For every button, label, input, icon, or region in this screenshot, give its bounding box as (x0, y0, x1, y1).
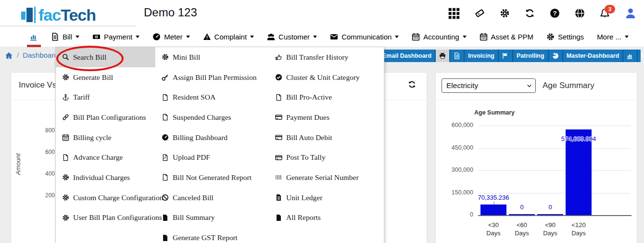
gear-button[interactable] (500, 8, 510, 18)
globe-button[interactable] (575, 8, 585, 18)
nav-item-label: Accounting (423, 33, 459, 41)
toolbar-button-dashboards[interactable]: Dashboards (638, 50, 644, 62)
gauge-icon (152, 33, 161, 41)
invoice-panel-title: Invoice Vs (19, 80, 56, 90)
menu-item-label: All Reports (286, 213, 321, 222)
ticket-button[interactable] (475, 8, 485, 18)
menu-item-label: Generate Serial Number (286, 173, 359, 182)
menu-item-label: Mini Bill (173, 53, 200, 62)
chart-bars-icon (30, 33, 38, 41)
refresh-chart-button[interactable] (408, 80, 416, 89)
nav-item-label: Complaint (215, 33, 247, 41)
menu-item-unit-ledger[interactable]: Unit Ledger (269, 188, 384, 208)
bell-button[interactable]: 3 (600, 8, 610, 18)
printer-icon (439, 52, 446, 59)
utility-select[interactable]: Electricity (442, 78, 536, 93)
menu-item-generate-serial-number[interactable]: Generate Serial Number (269, 167, 384, 188)
menu-item-post-to-tally[interactable]: Post To Tally (269, 147, 384, 167)
chart-bar-value-label: 70,335.236 (467, 194, 520, 201)
link-icon (62, 114, 69, 121)
menu-item-bill-plan-configurations[interactable]: Bill Plan Configurations (56, 107, 155, 128)
toolbar-button-pie[interactable] (549, 50, 563, 62)
menu-item-label: Assign Bill Plan Permission (173, 73, 256, 82)
user-button[interactable] (625, 8, 636, 19)
calendar-icon (62, 134, 69, 141)
apps-grid-button[interactable] (448, 8, 460, 19)
nav-item-more[interactable]: More ... (597, 33, 629, 41)
home-link[interactable] (5, 51, 13, 60)
menu-item-upload-pdf[interactable]: Upload PDF (155, 147, 269, 167)
menu-item-label: Bill Plan Configurations (73, 113, 146, 122)
caret-down-icon (250, 36, 254, 40)
nav-item-label: Bill (63, 33, 72, 41)
nav-item-communication[interactable]: Communication (330, 33, 399, 41)
age-summary-panel: Electricity Age Summary Age Summary 600,… (435, 72, 637, 243)
menu-item-billing-cycle[interactable]: Billing cycle (56, 128, 155, 148)
menu-item-bill-summary[interactable]: Bill Summary (155, 208, 269, 228)
menu-item-resident-soa[interactable]: Resident SOA (155, 87, 269, 107)
file-text-icon (51, 33, 59, 41)
nav-item-payment[interactable]: Payment (92, 33, 139, 41)
nav-item-complaint[interactable]: Complaint (203, 33, 254, 41)
chart-gridline (478, 126, 631, 126)
nav-item-settings[interactable]: Settings (546, 33, 584, 41)
menu-item-cluster-unit-category[interactable]: Cluster & Unit Category (269, 67, 384, 88)
menu-item-generate-gst-report[interactable]: Generate GST Report (155, 228, 269, 243)
toolbar-button-file-text[interactable] (450, 50, 465, 62)
anchor-icon (62, 94, 69, 101)
menu-item-payment-dues[interactable]: Payment Dues (269, 107, 384, 128)
menu-item-label: Bill Not Generated Report (173, 173, 252, 182)
file-solid-lines-icon (275, 194, 282, 201)
app-window: facTech Demo 123 3 BillPaymentMeterCompl… (0, 0, 644, 243)
logo[interactable]: facTech (21, 4, 96, 24)
age-summary-header: Age Summary (543, 81, 594, 90)
nav-item-label: Meter (164, 33, 182, 41)
menu-item-generate-bill[interactable]: Generate Bill (56, 67, 155, 88)
menu-item-assign-bill-plan-permission[interactable]: Assign Bill Plan Permission (155, 67, 269, 88)
breadcrumb-page-link[interactable]: Dashboard (23, 51, 58, 59)
menu-item-tariff[interactable]: Tariff (56, 87, 155, 107)
toolbar-button-label: Dashboards (641, 52, 644, 59)
menu-item-individual-charges[interactable]: Individual Charges (56, 167, 155, 188)
notification-badge: 3 (605, 5, 615, 13)
toolbar-button-patrolling[interactable]: Patrolling (513, 50, 549, 62)
nav-item-meter[interactable]: Meter (152, 33, 189, 41)
nav-item-customer[interactable]: Customer (267, 33, 317, 41)
gear-icon (62, 74, 69, 81)
nav-item-accounting[interactable]: Accounting (412, 33, 466, 41)
menu-item-canceled-bill[interactable]: Canceled Bill (155, 188, 269, 208)
caret-down-icon (395, 36, 399, 40)
toolbar-button-master-dashboard[interactable]: Master-Dashboard (563, 50, 624, 62)
chart-bars-icon (627, 52, 633, 59)
menu-item-mini-bill[interactable]: Mini Bill (155, 47, 269, 67)
menu-item-advance-charge[interactable]: Advance Charge (56, 147, 155, 167)
menu-item-bill-pro-active[interactable]: Bill Pro-Active (269, 87, 384, 107)
chart-gridline (478, 170, 631, 171)
menu-item-label: Bill Summary (173, 213, 215, 222)
menu-item-user-bill-plan-configurations[interactable]: User Bill Plan Configurations (56, 208, 155, 228)
nav-item-label: Asset & PPM (491, 33, 533, 41)
toolbar-button-flag[interactable] (499, 50, 513, 62)
menu-item-suspended-charges[interactable]: Suspended Charges (155, 107, 269, 128)
nav-item-dashboard[interactable] (30, 33, 38, 41)
toolbar-button-printer[interactable] (436, 50, 450, 62)
menu-item-bill-transfer-history[interactable]: Bill Transfer History (269, 47, 384, 67)
menu-item-custom-charge-configuration[interactable]: Custom Charge Configuration (56, 188, 155, 208)
toolbar-button-email-dashboard[interactable]: Email Dashboard (379, 50, 436, 62)
menu-item-billing-dashboard[interactable]: Billing Dashboard (155, 128, 269, 148)
toolbar-button-chart-bars[interactable] (623, 50, 638, 62)
nav-item-asset-ppm[interactable]: Asset & PPM (480, 33, 533, 41)
nav-item-bill[interactable]: Bill (51, 33, 79, 41)
menu-item-search-bill[interactable]: Search Bill (56, 47, 155, 67)
gear-icon (162, 53, 169, 61)
search-icon (62, 53, 69, 61)
top-header: facTech Demo 123 3 (0, 0, 644, 26)
toolbar-button-label: Master-Dashboard (567, 52, 619, 59)
help-button[interactable] (550, 8, 560, 18)
menu-item-bill-auto-debit[interactable]: Bill Auto Debit (269, 128, 384, 148)
refresh-button[interactable] (525, 8, 535, 18)
gear-icon (62, 174, 69, 181)
menu-item-all-reports[interactable]: All Reports (269, 208, 384, 228)
toolbar-button-invoicing[interactable]: Invoicing (465, 50, 499, 62)
menu-item-bill-not-generated-report[interactable]: Bill Not Generated Report (155, 167, 269, 188)
